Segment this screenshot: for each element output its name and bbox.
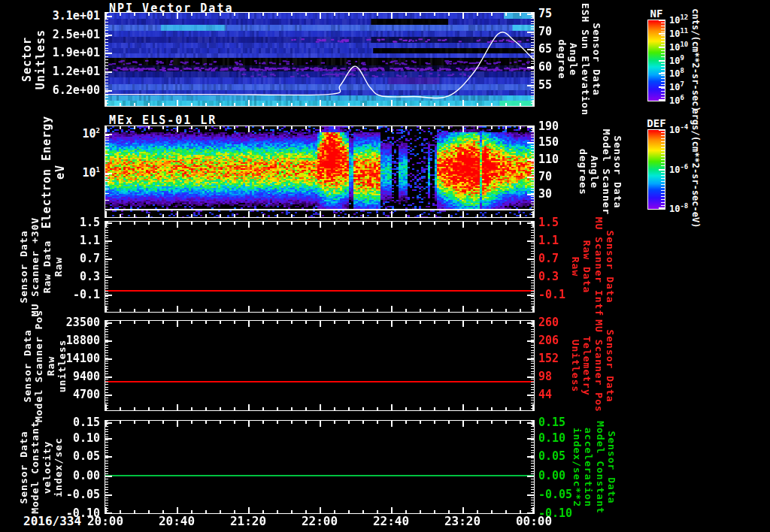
x-minor-tick (348, 321, 350, 324)
x-minor-tick (162, 321, 164, 324)
x-minor-tick (391, 211, 393, 217)
x-minor-tick (505, 321, 507, 324)
axis-minor-tick (531, 361, 534, 361)
x-minor-tick (348, 103, 350, 106)
axis-minor-tick (531, 196, 534, 197)
x-minor-tick (462, 126, 464, 132)
x-minor-tick (377, 103, 378, 106)
x-minor-tick (532, 100, 534, 106)
axis-major-tick (527, 456, 534, 458)
x-minor-tick (262, 103, 264, 106)
x-minor-tick (334, 309, 335, 312)
x-minor-tick (162, 421, 164, 424)
x-minor-tick (434, 126, 435, 129)
x-minor-tick (105, 222, 107, 228)
x-minor-tick (262, 309, 264, 312)
x-minor-tick (277, 407, 278, 410)
axis-minor-tick (531, 397, 534, 398)
x-minor-tick (405, 103, 407, 106)
axis-minor-tick (531, 135, 534, 135)
x-minor-tick (205, 309, 207, 312)
x-minor-tick (148, 421, 150, 424)
axis-minor-tick (531, 198, 534, 199)
axis-minor-tick (105, 492, 108, 493)
x-minor-tick (462, 100, 464, 106)
x-minor-tick (120, 510, 121, 513)
x-minor-tick (291, 126, 293, 129)
model-scanner-pos-line (105, 381, 534, 382)
axis-major-tick (527, 376, 534, 378)
colorbar-minor-tick (661, 202, 665, 203)
x-minor-tick (320, 13, 321, 19)
x-minor-tick (205, 222, 207, 225)
time-label: 20:40 (154, 514, 199, 528)
x-minor-tick (191, 510, 192, 513)
x-minor-tick (134, 126, 135, 129)
x-minor-tick (120, 126, 121, 129)
x-minor-tick (377, 126, 378, 129)
x-minor-tick (177, 211, 178, 217)
axis-minor-tick (531, 345, 534, 346)
x-minor-tick (377, 13, 378, 16)
axis-minor-tick (531, 461, 534, 461)
axis-minor-tick (531, 147, 534, 148)
axis-minor-tick (531, 207, 534, 207)
x-minor-tick (420, 407, 421, 410)
time-label: 00:00 (511, 514, 556, 528)
axis-minor-tick (105, 484, 108, 485)
axis-minor-tick (105, 42, 108, 43)
axis-major-tick (527, 394, 534, 396)
x-minor-tick (477, 321, 478, 324)
x-minor-tick (205, 214, 207, 217)
colorbar-major-tick (659, 99, 665, 101)
axis-minor-tick (105, 232, 108, 233)
axis-minor-tick (531, 445, 534, 446)
x-minor-tick (434, 214, 435, 217)
axis-minor-tick (105, 89, 108, 89)
axis-minor-tick (531, 492, 534, 493)
colorbar-minor-tick (661, 196, 665, 197)
axis-minor-tick (105, 154, 109, 155)
x-minor-tick (405, 510, 407, 513)
x-minor-tick (434, 103, 435, 106)
axis-minor-tick (105, 174, 109, 175)
x-minor-tick (248, 507, 250, 513)
x-minor-tick (105, 126, 107, 132)
colorbar-minor-tick (661, 141, 665, 142)
axis-minor-tick (105, 283, 108, 283)
x-minor-tick (234, 222, 235, 225)
colorbar-minor-tick (661, 144, 665, 145)
x-minor-tick (277, 309, 278, 312)
axis-minor-tick (105, 48, 108, 49)
axis-minor-tick (105, 447, 108, 448)
x-minor-tick (477, 214, 478, 217)
x-minor-tick (505, 13, 507, 16)
axis-minor-tick (105, 264, 108, 264)
axis-minor-tick (531, 169, 534, 170)
colorbar-minor-tick (661, 153, 665, 154)
x-minor-tick (234, 510, 235, 513)
x-minor-tick (348, 407, 350, 410)
x-minor-tick (277, 103, 278, 106)
x-minor-tick (377, 309, 378, 312)
axis-minor-tick (105, 86, 108, 86)
x-minor-tick (448, 510, 450, 513)
axis-minor-tick (531, 183, 534, 183)
x-minor-tick (362, 222, 364, 225)
x-minor-tick (148, 510, 150, 513)
colorbar-minor-tick (661, 156, 665, 157)
panel-npi-spectrogram (105, 12, 535, 107)
x-minor-tick (405, 407, 407, 410)
axis-minor-tick (105, 59, 108, 60)
colorbar-minor-tick (661, 190, 665, 191)
axis-minor-tick (531, 382, 534, 382)
x-minor-tick (277, 421, 278, 424)
colorbar-minor-tick (661, 75, 665, 76)
axis-minor-tick (531, 471, 534, 472)
x-minor-tick (420, 126, 421, 129)
axis-minor-tick (531, 21, 534, 22)
x-minor-tick (462, 507, 464, 513)
axis-minor-tick (531, 366, 534, 367)
axis-minor-tick (531, 261, 534, 262)
axis-minor-tick (531, 352, 534, 353)
